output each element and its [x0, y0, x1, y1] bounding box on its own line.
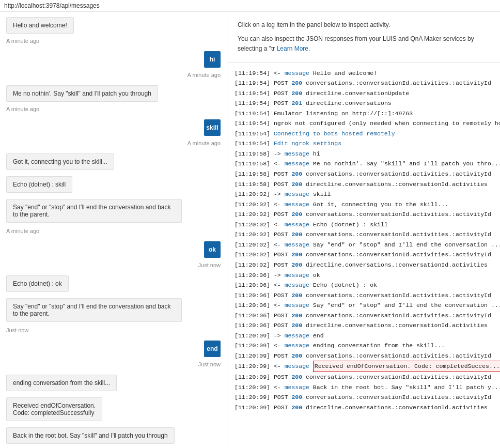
bot-message-3c: Say "end" or "stop" and I'll end the con…	[6, 199, 221, 223]
log-line-9[interactable]: [11:19:58] -> message hi	[235, 149, 493, 159]
log-line-8[interactable]: [11:19:54] Edit ngrok settings	[235, 138, 493, 149]
log-type-link[interactable]: message	[285, 160, 309, 167]
bot-message-1: Hello and welcome!	[6, 17, 221, 34]
connecting-bots-link[interactable]: Connecting to bots hosted remotely	[274, 130, 395, 137]
bot-bubble-5c: Back in the root bot. Say "skill" and I'…	[6, 427, 175, 444]
log-line-12[interactable]: [11:19:58] POST 200 directline.conversat…	[235, 179, 493, 190]
log-text: directline.conversations	[306, 100, 392, 106]
log-type-link[interactable]: message	[285, 241, 309, 248]
user-avatar-row-end: end	[204, 341, 221, 357]
log-type-link[interactable]: message	[285, 384, 309, 391]
log-type-link[interactable]: message	[285, 191, 309, 197]
log-line-24[interactable]: [11:20:06] <- message Say "end" or "stop…	[235, 300, 493, 311]
bot-multi-3: ending conversation from the skill... Re…	[6, 375, 221, 448]
user-avatar-row-ok: ok	[204, 241, 221, 258]
bot-message-3b: Echo (dotnet) : skill	[6, 176, 221, 193]
user-message-end: end	[6, 341, 221, 357]
learn-more-link[interactable]: Learn More.	[277, 45, 310, 52]
log-line-3[interactable]: [11:19:54] POST 200 directline.conversat…	[235, 88, 493, 99]
log-time: [11:20:09]	[235, 352, 270, 359]
log-type-link[interactable]: message	[285, 150, 309, 157]
log-dir: POST	[274, 171, 292, 177]
log-dir: POST	[274, 80, 292, 86]
log-line-21[interactable]: [11:20:06] -> message ok	[235, 270, 493, 281]
log-text: conversations.:conversationId.activities…	[306, 211, 491, 218]
log-time: [11:20:02]	[235, 241, 270, 248]
log-time: [11:20:09]	[235, 394, 270, 400]
bot-bubble-5a: ending conversation from the skill...	[6, 375, 117, 391]
log-line-19[interactable]: [11:20:02] POST 200 conversations.:conve…	[235, 250, 493, 260]
log-dir: ->	[274, 191, 285, 197]
log-line-30-highlighted[interactable]: [11:20:09] <- message Received endOfConv…	[235, 361, 493, 372]
timestamp-5: A minute ago	[6, 228, 221, 234]
bot-bubble-4a: Echo (dotnet) : ok	[6, 275, 69, 292]
log-dir: POST	[274, 322, 292, 329]
log-dir: ->	[274, 272, 285, 279]
log-text: Say "end" or "stop" and I'll end the con…	[313, 302, 500, 308]
log-line-4[interactable]: [11:19:54] POST 201 directline.conversat…	[235, 98, 493, 109]
log-line-6: [11:19:54] ngrok not configured (only ne…	[235, 118, 493, 129]
log-line-16[interactable]: [11:20:02] <- message Echo (dotnet) : sk…	[235, 220, 493, 230]
log-text: conversations.:conversationId.activities…	[306, 352, 491, 359]
log-line-1[interactable]: [11:19:54] <- message Hello and welcome!	[235, 68, 493, 79]
log-line-15[interactable]: [11:20:02] POST 200 conversations.:conve…	[235, 209, 493, 220]
log-time: [11:20:09]	[235, 374, 270, 380]
log-type-link[interactable]: message	[285, 70, 309, 76]
log-dir: <-	[274, 363, 285, 369]
log-line-29[interactable]: [11:20:09] POST 200 conversations.:conve…	[235, 351, 493, 361]
log-type-link[interactable]: message	[285, 282, 309, 288]
log-line-32[interactable]: [11:20:09] <- message Back in the root b…	[235, 382, 493, 393]
log-dir: POST	[274, 292, 292, 299]
log-line-26[interactable]: [11:20:06] POST 200 directline.conversat…	[235, 320, 493, 331]
bot-message-5b: Received endOfConversation.Code: complet…	[6, 397, 221, 421]
log-line-23[interactable]: [11:20:06] POST 200 conversations.:conve…	[235, 290, 493, 301]
log-line-2[interactable]: [11:19:54] POST 200 conversations.:conve…	[235, 78, 493, 88]
log-line-18[interactable]: [11:20:02] <- message Say "end" or "stop…	[235, 240, 493, 250]
log-line-7[interactable]: [11:19:54] Connecting to bots hosted rem…	[235, 129, 493, 139]
log-status: 200	[291, 80, 302, 86]
log-text: skill	[313, 191, 331, 197]
log-line-13[interactable]: [11:20:02] -> message skill	[235, 189, 493, 199]
log-status: 200	[291, 374, 302, 380]
log-type-link[interactable]: message	[285, 342, 309, 349]
log-line-20[interactable]: [11:20:02] POST 200 directline.conversat…	[235, 260, 493, 270]
log-line-25[interactable]: [11:20:06] POST 200 conversations.:conve…	[235, 311, 493, 321]
url-bar: http://localhost:3978/api/messages	[0, 0, 500, 12]
user-avatar-end: end	[204, 341, 221, 357]
inspector-panel: Click on a log item in the panel below t…	[227, 12, 500, 448]
log-status: 200	[291, 352, 302, 359]
log-type-link[interactable]: message	[285, 302, 309, 308]
log-type-link[interactable]: message	[285, 332, 309, 339]
log-line-27[interactable]: [11:20:09] -> message end	[235, 331, 493, 341]
log-text: end	[313, 332, 324, 339]
log-line-17[interactable]: [11:20:02] POST 200 conversations.:conve…	[235, 229, 493, 240]
user-avatar-row-skill: skill	[204, 119, 221, 136]
log-type-link[interactable]: message	[285, 272, 309, 279]
log-time: [11:19:54]	[235, 130, 270, 137]
log-status: 200	[291, 404, 302, 411]
log-panel: [11:19:54] <- message Hello and welcome!…	[227, 63, 500, 448]
log-line-10[interactable]: [11:19:58] <- message Me no nothin'. Say…	[235, 159, 493, 169]
log-line-33[interactable]: [11:20:09] POST 200 conversations.:conve…	[235, 392, 493, 403]
log-status: 200	[291, 181, 302, 188]
log-line-14[interactable]: [11:20:02] <- message Got it, connecting…	[235, 199, 493, 210]
chat-group-6: ok Just now	[6, 241, 221, 268]
log-line-28[interactable]: [11:20:09] <- message ending conversatio…	[235, 341, 493, 351]
log-time: [11:20:02]	[235, 221, 270, 228]
bot-message-4b: Say "end" or "stop" and I'll end the con…	[6, 298, 221, 322]
log-line-34[interactable]: [11:20:09] POST 200 directline.conversat…	[235, 403, 493, 413]
log-line-22[interactable]: [11:20:06] <- message Echo (dotnet) : ok	[235, 280, 493, 290]
user-message-hi: hi	[6, 51, 221, 68]
log-line-31[interactable]: [11:20:09] POST 200 conversations.:conve…	[235, 372, 493, 382]
log-time: [11:20:02]	[235, 261, 270, 268]
log-type-link[interactable]: message	[285, 201, 309, 208]
log-type-link[interactable]: message	[285, 221, 309, 228]
log-type-link[interactable]: message	[285, 363, 309, 369]
log-text: ok	[313, 272, 320, 279]
log-text: directline.conversationUpdate	[306, 90, 409, 97]
edit-ngrok-link[interactable]: Edit ngrok settings	[274, 140, 341, 147]
timestamp-skill: A minute ago	[6, 140, 221, 146]
log-line-11[interactable]: [11:19:58] POST 200 conversations.:conve…	[235, 169, 493, 179]
log-dir: POST	[274, 211, 292, 218]
bot-message-5c: Back in the root bot. Say "skill" and I'…	[6, 427, 221, 444]
